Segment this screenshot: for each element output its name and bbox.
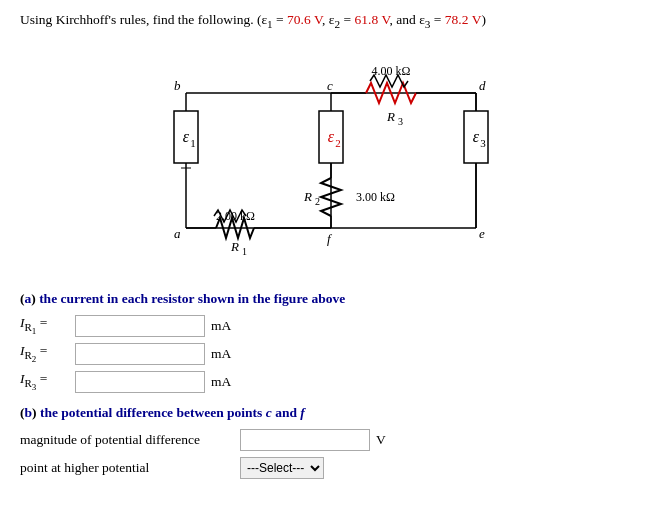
part-a-title: (a) the current in each resistor shown i… xyxy=(20,291,651,307)
svg-text:1: 1 xyxy=(242,246,247,257)
part-b-section: (b) the potential difference between poi… xyxy=(20,405,651,479)
svg-text:1: 1 xyxy=(190,137,196,149)
higher-potential-row: point at higher potential ---Select--- c… xyxy=(20,457,651,479)
part-b-title: (b) the potential difference between poi… xyxy=(20,405,651,421)
node-a-label: a xyxy=(174,226,181,241)
circuit-diagram: ε 1 ε 2 R 3 4.00 kΩ ε 3 R 2 xyxy=(20,43,651,273)
ir3-input[interactable] xyxy=(75,371,205,393)
ir1-row: IR1 = mA xyxy=(20,315,651,337)
part-a-section: (a) the current in each resistor shown i… xyxy=(20,291,651,393)
ir3-row: IR3 = mA xyxy=(20,371,651,393)
svg-text:3: 3 xyxy=(398,116,403,127)
svg-text:ε: ε xyxy=(182,128,189,145)
e2-value: 61.8 V xyxy=(355,12,390,27)
node-f-label: f xyxy=(327,231,333,246)
svg-text:R: R xyxy=(386,109,395,124)
svg-text:2: 2 xyxy=(315,196,320,207)
higher-potential-label: point at higher potential xyxy=(20,460,240,476)
ir1-label: IR1 = xyxy=(20,315,75,336)
node-e-label: e xyxy=(479,226,485,241)
part-a-desc: the current in each resistor shown in th… xyxy=(39,291,345,306)
ir2-label: IR2 = xyxy=(20,343,75,364)
svg-text:2: 2 xyxy=(335,137,341,149)
svg-text:R: R xyxy=(230,239,239,254)
svg-text:4.00 kΩ: 4.00 kΩ xyxy=(371,64,410,78)
svg-text:R: R xyxy=(303,189,312,204)
svg-text:ε: ε xyxy=(327,128,334,145)
e3-value: 78.2 V xyxy=(445,12,482,27)
svg-text:3: 3 xyxy=(480,137,486,149)
problem-statement: Using Kirchhoff's rules, find the follow… xyxy=(20,10,651,33)
magnitude-input[interactable] xyxy=(240,429,370,451)
ir1-unit: mA xyxy=(211,318,231,334)
magnitude-unit: V xyxy=(376,432,386,448)
ir1-input[interactable] xyxy=(75,315,205,337)
svg-text:ε: ε xyxy=(472,128,479,145)
magnitude-label: magnitude of potential difference xyxy=(20,432,240,448)
ir3-unit: mA xyxy=(211,374,231,390)
ir3-label: IR3 = xyxy=(20,371,75,392)
part-b-desc: the potential difference between points … xyxy=(40,405,305,420)
ir2-row: IR2 = mA xyxy=(20,343,651,365)
ir2-unit: mA xyxy=(211,346,231,362)
e1-value: 70.6 V xyxy=(287,12,322,27)
svg-text:3.00 kΩ: 3.00 kΩ xyxy=(356,190,395,204)
node-d-label: d xyxy=(479,78,486,93)
magnitude-row: magnitude of potential difference V xyxy=(20,429,651,451)
ir2-input[interactable] xyxy=(75,343,205,365)
node-b-label: b xyxy=(174,78,181,93)
higher-potential-select[interactable]: ---Select--- c f xyxy=(240,457,324,479)
node-c-label: c xyxy=(327,78,333,93)
